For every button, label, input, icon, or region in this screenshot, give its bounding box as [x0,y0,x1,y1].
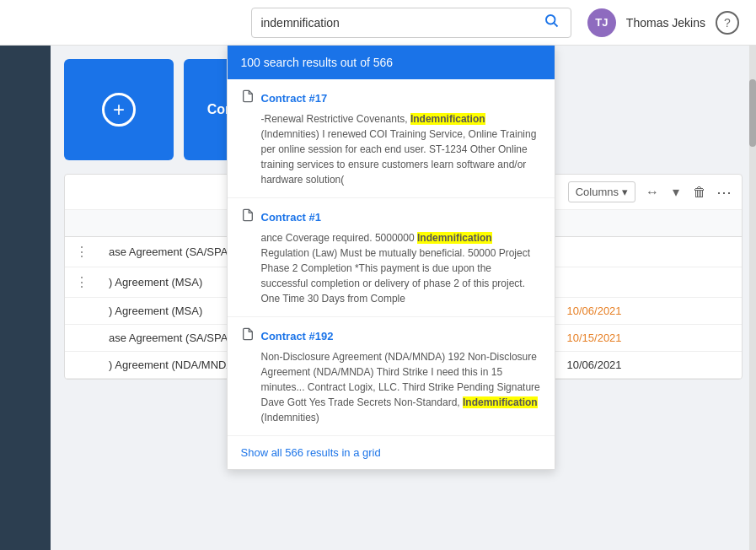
search-dropdown: 100 search results out of 566 Contract #… [227,46,555,470]
snippet-after: (Indemnities) [261,412,319,423]
snippet-before: ance Coverage required. 5000000 [261,232,417,244]
help-button[interactable]: ? [716,11,739,35]
more-options-button[interactable]: ⋯ [716,183,732,202]
search-results-summary: 100 search results out of 566 [228,46,555,79]
search-result-item[interactable]: Contract #1 ance Coverage required. 5000… [228,198,555,317]
search-icon [544,13,559,28]
chevron-down-icon: ▾ [622,186,628,198]
result-snippet: Non-Disclosure Agreement (NDA/MNDA) 192 … [241,349,541,425]
result-title: Contract #17 [261,92,328,105]
show-all-results-link[interactable]: Show all 566 results in a grid [228,436,555,469]
new-contract-card[interactable]: + [64,59,174,160]
result-title-row: Contract #1 [241,208,541,225]
row-menu-button[interactable]: ⋮ [75,274,88,290]
highlight-term: Indemnification [417,232,492,244]
delete-button[interactable]: 🗑 [689,183,710,202]
chevron-down-button[interactable]: ▾ [669,182,683,202]
date-link[interactable]: 10/06/2021 [567,305,622,317]
contract-date-cell [557,267,715,298]
header-right: TJ Thomas Jekins ? [587,8,739,37]
date-link[interactable]: 10/15/2021 [567,332,622,344]
contract-date-cell: 10/06/2021 [557,298,715,325]
contract-date-cell: 10/15/2021 [557,325,715,352]
sidebar [0,46,51,550]
result-snippet: -Renewal Restrictive Covenants, Indemnif… [241,111,541,187]
add-icon: + [102,93,136,127]
result-title: Contract #192 [261,330,334,342]
result-title-row: Contract #17 [241,89,541,106]
menu-column-header [65,210,99,237]
document-icon [241,208,255,225]
columns-label: Columns [576,186,619,198]
result-title: Contract #1 [261,211,322,224]
contract-date-cell: 10/06/2021 [557,352,715,379]
result-title-row: Contract #192 [241,327,541,344]
snippet-after: Regulation (Law) Must be mutually benefi… [261,247,531,305]
svg-line-1 [555,23,558,26]
header: TJ Thomas Jekins ? [0,0,756,46]
search-result-item[interactable]: Contract #17 -Renewal Restrictive Covena… [228,79,555,198]
document-icon [241,327,255,344]
row-menu-button[interactable]: ⋮ [75,244,88,260]
avatar[interactable]: TJ [587,8,616,37]
date-column-header[interactable] [557,210,715,237]
snippet-before: -Renewal Restrictive Covenants, [261,113,410,125]
snippet-after: (Indemnities) I renewed COI Training Ser… [261,128,537,186]
action-column-header [715,210,742,237]
search-result-item[interactable]: Contract #192 Non-Disclosure Agreement (… [228,317,555,436]
search-box [251,8,571,38]
user-name-label: Thomas Jekins [626,16,705,30]
document-icon [241,89,255,106]
highlight-term: Indemnification [463,396,538,408]
scrollbar[interactable] [749,46,756,550]
svg-point-0 [546,15,555,24]
scrollbar-thumb[interactable] [749,79,756,147]
contract-date-cell [557,237,715,267]
search-input[interactable] [260,16,540,30]
highlight-term: Indemnification [410,113,485,125]
result-snippet: ance Coverage required. 5000000 Indemnif… [241,230,541,306]
search-container [236,8,587,38]
arrow-left-button[interactable]: ↔ [642,183,662,202]
columns-button[interactable]: Columns ▾ [568,181,635,202]
search-button[interactable] [540,13,562,32]
